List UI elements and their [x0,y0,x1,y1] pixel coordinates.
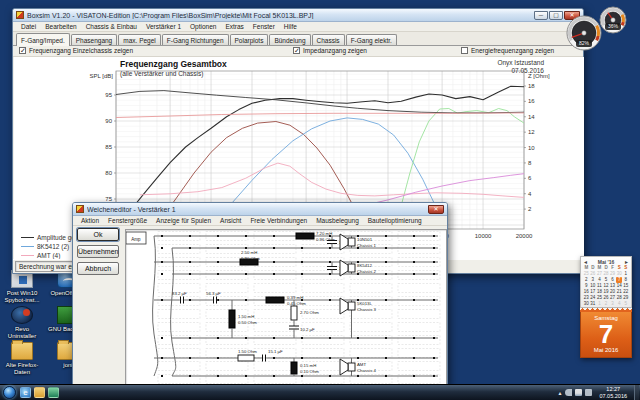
junction-dot [217,261,219,263]
minimize-button[interactable]: ─ [534,11,548,20]
meter-gadgets[interactable]: 82%36% [558,2,640,66]
checkbox-impedanzgang-zeigen[interactable]: ✓Impedanzgang zeigen [293,47,367,54]
junction-dot [273,337,275,339]
calendar-day[interactable]: 1 [596,301,603,307]
ok-button[interactable]: Ok [77,228,119,241]
calendar-day[interactable]: 2 [603,301,610,307]
tab-phasengang[interactable]: Phasengang [71,34,118,45]
tab-f-gang-richtungen[interactable]: F-Gang Richtungen [162,34,229,45]
component-value: 15.1 µF [268,349,283,354]
speaker-symbol [348,302,355,310]
menu-item-optionen[interactable]: Optionen [186,23,220,30]
checkbox-energiefrequenzgang-zeigen[interactable]: Energiefrequenzgang zeigen [461,47,554,54]
show-desktop-button[interactable] [634,385,639,400]
dialog-menu-item-fenstergr-e[interactable]: Fenstergröße [104,217,151,224]
calendar-day[interactable]: 31 [590,301,597,307]
tab-b-ndelung[interactable]: Bündelung [269,34,310,45]
z-tick-label: 2 [528,206,532,212]
component-slot [158,271,200,280]
component-slot [206,297,248,306]
junction-dot [161,247,163,249]
calendar-day[interactable]: 30 [583,301,590,307]
component-slot [206,271,248,280]
media-player-icon[interactable] [48,387,59,398]
checkbox-box [461,47,468,54]
calendar-day[interactable]: 3 [609,301,616,307]
junction-dot [433,261,435,263]
menu-item-hilfe[interactable]: Hilfe [280,23,301,30]
revo-uninstaller-icon [11,306,33,324]
gauge-value: 82% [579,40,590,46]
action-center-icon[interactable] [585,389,592,396]
menu-item-verst-rker-1[interactable]: Verstärker 1 [142,23,185,30]
y-tick-label: 80 [105,170,112,176]
tab-max-pegel[interactable]: max. Pegel [118,34,161,45]
bernehmen-button[interactable]: Übernehmen [77,245,119,258]
explorer-icon[interactable] [34,387,45,398]
calendar-day[interactable]: 4 [616,301,623,307]
calendar-day[interactable]: 5 [622,301,629,307]
legend-label: 8K5412 (2) [37,243,69,250]
crossover-circuit-canvas[interactable]: Amp7.20 mH0.96 Ohm100 µF10N501Chassis 12… [125,229,447,385]
menu-item-datei[interactable]: Datei [17,23,40,30]
menu-item-bearbeiten[interactable]: Bearbeiten [41,23,80,30]
dialog-menu-item-ansicht[interactable]: Ansicht [216,217,245,224]
menu-item-extras[interactable]: Extras [221,23,247,30]
junction-dot [329,357,331,359]
component-value: 2.50 mH [241,250,257,255]
junction-dot [329,273,331,275]
tab-polarplots[interactable]: Polarplots [230,34,269,45]
speaker-name: 5K013L [357,301,372,306]
junction-dot [189,273,191,275]
component-slot [302,297,344,306]
junction-dot [413,299,415,301]
checkbox-frequenzgang-einzelchassis-zeigen[interactable]: ✓Frequenzgang Einzelchassis zeigen [19,47,133,54]
dialog-menu-item-freie-verbindungen[interactable]: Freie Verbindungen [246,217,311,224]
desktop-icon-alte-firefox-daten[interactable]: Alte Firefox-Daten [0,342,44,375]
tray-clock[interactable]: 12:27 07.05.2016 [595,386,631,399]
speaker-name: AMT [357,362,366,367]
main-titlebar[interactable]: Boxsim V1.20 - VISATON-Edition [C:\Progr… [13,9,583,22]
desktop-icon-label: Post Win10 Spybot-inst... [0,290,44,303]
junction-dot [357,375,359,377]
start-button[interactable] [3,386,16,399]
menu-item-fenster[interactable]: Fenster [249,23,279,30]
dialog-menu-item-mausbelegung[interactable]: Mausbelegung [312,217,363,224]
dialog-menu-item-aktion[interactable]: Aktion [77,217,103,224]
cpu-meter-gauges: 82%36% [558,2,640,62]
dialog-menu-item-anzeige-f-r-spulen[interactable]: Anzeige für Spulen [152,217,215,224]
tab-f-gang-elektr[interactable]: F-Gang elektr. [346,34,397,45]
dialog-titlebar[interactable]: Weicheneditor - Verstärker 1 ✕ [73,203,447,216]
abbruch-button[interactable]: Abbruch [77,262,119,275]
component-slot [350,349,392,358]
tab-chassis[interactable]: Chassis [312,34,345,45]
menu-item-chassis-einbau[interactable]: Chassis & Einbau [82,23,141,30]
junction-dot [385,337,387,339]
dialog-close-button[interactable]: ✕ [428,205,444,214]
speaker-symbol [348,238,355,246]
dialog-menu-item-bauteiloptimierung[interactable]: Bauteiloptimierung [364,217,426,224]
legend-swatch [21,246,34,247]
inductor-symbol [229,310,235,328]
calendar-gadget[interactable]: ◄ Mai '16 ► MDMDFSS252627282930123456789… [580,256,632,358]
dialog-title: Weicheneditor - Verstärker 1 [87,206,425,213]
desktop-icon-revo-uninstaller[interactable]: Revo Uninstaller [0,306,44,339]
tab-f-gang-imped[interactable]: F-Gang/Imped. [16,33,70,46]
y-tick-label: 85 [105,144,112,150]
calendar-next-icon[interactable]: ► [624,259,629,265]
calendar-prev-icon[interactable]: ◄ [583,259,588,265]
free-connection-wire [171,248,176,376]
system-tray: ▲ 12:27 07.05.2016 [558,385,640,400]
component-slot [158,245,200,254]
network-icon[interactable] [575,389,582,396]
checkbox-label: Energiefrequenzgang zeigen [471,47,554,54]
component-value: 0.10 Ohm [300,369,319,374]
tray-expand-icon[interactable]: ▲ [558,390,563,396]
junction-dot [189,337,191,339]
z-tick-label: 10 [528,145,535,151]
desktop-icon-post-win10-spybot-inst[interactable]: Post Win10 Spybot-inst... [0,270,44,303]
volume-icon[interactable] [565,389,572,396]
junction-dot [245,247,247,249]
calendar-big-day: 7 [581,321,631,347]
internet-explorer-icon[interactable]: e [20,387,31,398]
